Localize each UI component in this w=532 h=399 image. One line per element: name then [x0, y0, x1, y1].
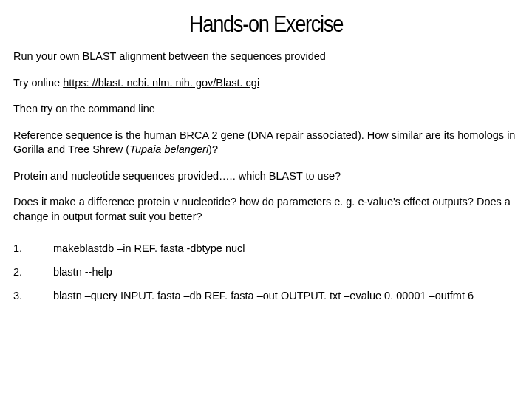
- species-name: Tupaia belangeri: [129, 143, 208, 155]
- step-row: 1. makeblastdb –in REF. fasta -dbtype nu…: [13, 236, 519, 260]
- step-number: 2.: [13, 260, 53, 284]
- reference-text-b: )?: [208, 143, 218, 155]
- step-number: 3.: [13, 284, 53, 307]
- step-command: blastn –query INPUT. fasta –db REF. fast…: [53, 284, 519, 307]
- step-command: makeblastdb –in REF. fasta -dbtype nucl: [53, 236, 519, 260]
- page-title: Hands-on Exercise: [51, 10, 480, 38]
- command-steps: 1. makeblastdb –in REF. fasta -dbtype nu…: [13, 236, 519, 307]
- try-online-paragraph: Try online https: //blast. ncbi. nlm. ni…: [13, 76, 519, 91]
- step-row: 2. blastn --help: [13, 260, 519, 284]
- try-online-prefix: Try online: [13, 77, 63, 89]
- step-number: 1.: [13, 236, 53, 260]
- which-blast-paragraph: Protein and nucleotide sequences provide…: [13, 169, 519, 184]
- cli-paragraph: Then try on the command line: [13, 102, 519, 117]
- questions-paragraph: Does it make a difference protein v nucl…: [13, 195, 519, 224]
- step-row: 3. blastn –query INPUT. fasta –db REF. f…: [13, 284, 519, 307]
- reference-paragraph: Reference sequence is the human BRCA 2 g…: [13, 129, 519, 157]
- step-command: blastn --help: [53, 260, 519, 284]
- blast-url-link[interactable]: https: //blast. ncbi. nlm. nih. gov/Blas…: [63, 77, 259, 89]
- reference-text-a: Reference sequence is the human BRCA 2 g…: [13, 129, 515, 156]
- intro-paragraph: Run your own BLAST alignment between the…: [13, 50, 519, 64]
